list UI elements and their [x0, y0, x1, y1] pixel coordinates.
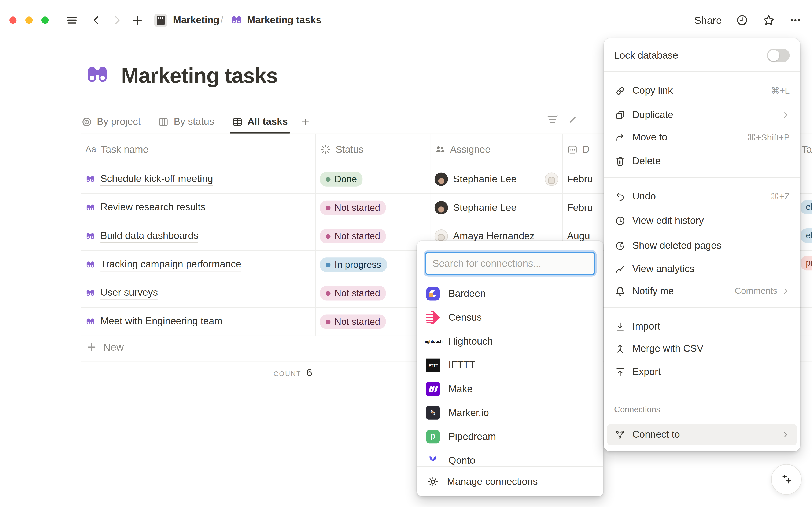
- view-toolbar: [546, 114, 576, 125]
- menu-item-undo[interactable]: Undo ⌘+Z: [607, 185, 797, 207]
- tab-by-project[interactable]: By project: [81, 110, 140, 134]
- calendar-icon: [567, 144, 578, 155]
- traffic-light-zoom[interactable]: [42, 16, 49, 24]
- connection-item-qonto[interactable]: Qonto: [417, 449, 603, 466]
- menu-item-lock-database[interactable]: Lock database: [607, 44, 797, 67]
- tag-pill-clipped: pr: [801, 256, 812, 271]
- import-icon: [614, 321, 625, 332]
- bell-icon: [614, 285, 625, 297]
- menu-item-merge-with-csv[interactable]: Merge with CSV: [607, 338, 797, 359]
- analytics-chart-icon: [614, 263, 625, 275]
- favorite-star-icon[interactable]: [762, 14, 775, 26]
- sparkles-icon: [778, 472, 794, 487]
- connection-item-bardeen[interactable]: Bardeen: [417, 282, 603, 305]
- menu-item-show-deleted-pages[interactable]: Show deleted pages: [607, 235, 797, 257]
- task-cell[interactable]: Schedule kick-off meeting: [81, 165, 316, 193]
- menu-item-move-to[interactable]: Move to ⌘+Shift+P: [607, 126, 797, 148]
- move-to-arrow-icon: [614, 131, 625, 143]
- gear-icon: [427, 476, 439, 487]
- tab-all-tasks[interactable]: All tasks: [232, 110, 288, 134]
- binoculars-icon: [231, 14, 242, 26]
- task-cell[interactable]: Meet with Engineering team: [81, 308, 316, 336]
- assignee-cell[interactable]: Stephanie Lee: [430, 165, 563, 193]
- status-cell[interactable]: Not started: [316, 194, 430, 222]
- task-cell[interactable]: User surveys: [81, 279, 316, 307]
- new-page-icon[interactable]: [131, 15, 143, 26]
- assignee-cell[interactable]: Stephanie Lee: [430, 194, 563, 222]
- connection-item-pipedream[interactable]: p Pipedream: [417, 425, 603, 449]
- breadcrumb-workspace[interactable]: Marketing: [173, 15, 220, 26]
- tab-label: All tasks: [247, 116, 288, 127]
- menu-item-duplicate[interactable]: Duplicate: [607, 104, 797, 126]
- workspace-icon[interactable]: [154, 14, 167, 26]
- filter-sort-icon[interactable]: [546, 114, 560, 125]
- expand-icon-clipped[interactable]: [569, 116, 576, 123]
- connection-item-make[interactable]: Make: [417, 377, 603, 401]
- avatar: [435, 173, 448, 186]
- page-title-row: Marketing tasks: [85, 63, 278, 88]
- status-cell[interactable]: Not started: [316, 222, 430, 250]
- sidebar-menu-icon[interactable]: [66, 15, 78, 26]
- traffic-light-close[interactable]: [9, 16, 16, 24]
- menu-item-view-edit-history[interactable]: View edit history: [607, 210, 797, 232]
- row-binoculars-icon: [85, 288, 96, 298]
- menu-item-export[interactable]: Export: [607, 361, 797, 383]
- menu-item-connect-to[interactable]: Connect to: [607, 424, 797, 445]
- connections-search-input[interactable]: [425, 252, 595, 275]
- tab-by-status[interactable]: By status: [158, 110, 214, 134]
- task-cell[interactable]: Review research results: [81, 194, 316, 222]
- breadcrumb-page[interactable]: Marketing tasks: [247, 15, 321, 26]
- status-cell[interactable]: Done: [316, 165, 430, 193]
- trash-icon: [614, 156, 625, 167]
- hightouch-logo-icon: hightouch: [426, 335, 440, 348]
- census-logo-icon: [426, 311, 440, 324]
- ai-assistant-button[interactable]: [771, 464, 802, 495]
- avatar: [435, 201, 448, 215]
- chevron-right-icon: [782, 111, 790, 119]
- status-cell[interactable]: In progress: [316, 250, 430, 279]
- connection-item-ifttt[interactable]: IFTTT IFTTT: [417, 353, 603, 377]
- make-logo-icon: [426, 382, 440, 396]
- menu-divider: [604, 71, 800, 72]
- bardeen-logo-icon: [426, 287, 440, 300]
- connection-item-hightouch[interactable]: hightouch Hightouch: [417, 330, 603, 353]
- page-binoculars-icon[interactable]: [85, 63, 110, 88]
- chevron-right-icon: [782, 287, 790, 295]
- restore-clock-icon: [614, 240, 625, 251]
- text-type-icon: Aa: [85, 144, 96, 155]
- status-cell[interactable]: Not started: [316, 279, 430, 307]
- connection-item-census[interactable]: Census: [417, 305, 603, 330]
- back-icon[interactable]: [91, 15, 102, 25]
- menu-divider: [604, 394, 800, 394]
- add-view-icon[interactable]: +: [301, 115, 309, 129]
- connection-item-marker-io[interactable]: ✎ Marker.io: [417, 401, 603, 425]
- column-header-status[interactable]: Status: [316, 134, 430, 165]
- status-cell[interactable]: Not started: [316, 308, 430, 336]
- traffic-light-minimize[interactable]: [25, 16, 33, 24]
- column-header-assignee[interactable]: Assignee: [430, 134, 563, 165]
- manage-connections-button[interactable]: Manage connections: [417, 467, 603, 496]
- connections-list: Bardeen Census hightouch Hightouch IFTTT…: [417, 282, 603, 466]
- status-badge: Not started: [320, 201, 386, 215]
- undo-icon: [614, 190, 625, 202]
- task-cell[interactable]: Build data dashboards: [81, 222, 316, 250]
- menu-item-delete[interactable]: Delete: [607, 150, 797, 172]
- menu-item-view-analytics[interactable]: View analytics: [607, 258, 797, 280]
- marker-io-logo-icon: ✎: [426, 406, 440, 419]
- lock-toggle-off[interactable]: [767, 49, 790, 62]
- breadcrumb-separator: /: [221, 15, 223, 26]
- more-options-icon[interactable]: [789, 14, 802, 26]
- tab-label: By project: [97, 116, 141, 127]
- column-header-task-name[interactable]: Aa Task name: [81, 134, 316, 165]
- row-binoculars-icon: [85, 317, 96, 327]
- row-binoculars-icon: [85, 231, 96, 241]
- count-row[interactable]: COUNT 6: [81, 367, 312, 379]
- menu-item-notify-me[interactable]: Notify me Comments: [607, 280, 797, 302]
- menu-item-import[interactable]: Import: [607, 316, 797, 337]
- task-cell[interactable]: Tracking campaign performance: [81, 250, 316, 279]
- forward-icon[interactable]: [112, 15, 122, 25]
- updates-clock-icon[interactable]: [736, 14, 748, 26]
- menu-item-copy-link[interactable]: Copy link ⌘+L: [607, 80, 797, 102]
- share-button[interactable]: Share: [694, 14, 722, 26]
- link-icon: [614, 85, 625, 97]
